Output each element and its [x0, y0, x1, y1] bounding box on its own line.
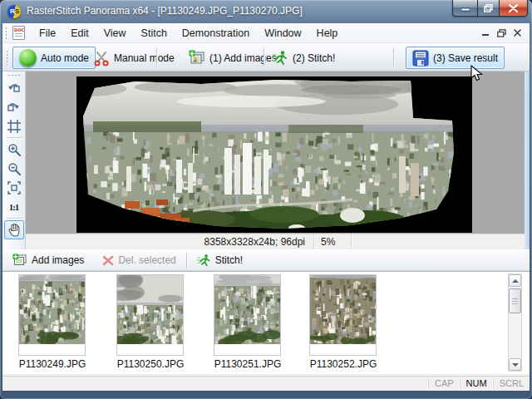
delete-selected-label: Del. selected: [118, 254, 175, 266]
stitch-button[interactable]: (2) Stitch!: [265, 47, 342, 69]
zoom-out-icon: [7, 162, 21, 175]
crop-icon: [7, 120, 21, 133]
delete-icon: [102, 255, 114, 266]
minimize-icon: [461, 4, 470, 12]
rotate-left-icon: [7, 81, 21, 94]
manual-mode-button[interactable]: Manual mode: [86, 47, 181, 69]
scissors-icon: [93, 50, 110, 66]
thumbnail-card[interactable]: [116, 274, 184, 356]
menu-window[interactable]: Window: [257, 25, 308, 42]
scroll-lock-indicator: SCRL: [493, 378, 530, 389]
thumbnail-card[interactable]: [309, 274, 377, 356]
title-bar[interactable]: RS RasterStitch Panorama x64 - [P1130249…: [0, 0, 532, 23]
auto-mode-icon: [19, 49, 37, 66]
zoom-out-button[interactable]: [4, 159, 24, 178]
thumbnail-scrollbar[interactable]: [508, 273, 522, 372]
zoom-level: 5%: [314, 234, 352, 249]
document-icon[interactable]: [12, 26, 25, 40]
restore-icon: [484, 4, 493, 12]
caps-lock-indicator: CAP: [428, 378, 460, 389]
window-title: RasterStitch Panorama x64 - [P1130249.JP…: [27, 5, 303, 17]
image-dimensions: 8358x3328x24b; 96dpi: [26, 234, 314, 249]
thumbnail-filename: P1130250.JPG: [105, 358, 196, 370]
menu-edit[interactable]: Edit: [63, 25, 96, 42]
auto-mode-button[interactable]: Auto mode: [12, 47, 96, 69]
app-icon: RS: [7, 5, 21, 18]
thumbnail-strip: P1130249.JPG P1130250.JPG P1130251.JPG P…: [2, 271, 530, 374]
rotate-right-button[interactable]: [4, 97, 24, 116]
menubar-grip[interactable]: [5, 27, 7, 40]
minimize-button[interactable]: [452, 0, 477, 17]
rotate-left-button[interactable]: [4, 78, 24, 97]
zoom-in-button[interactable]: [4, 140, 24, 159]
scroll-down-button[interactable]: [509, 358, 521, 371]
toolbar-separator: [156, 48, 157, 66]
image-status-bar: 8358x3328x24b; 96dpi 5%: [26, 234, 525, 249]
films-add-images-icon: [12, 254, 27, 267]
menu-view[interactable]: View: [96, 25, 134, 42]
zoom-in-icon: [7, 143, 21, 156]
thumbnail-image: [19, 275, 85, 344]
thumbnail-card[interactable]: [214, 274, 281, 356]
mdi-restore-icon[interactable]: [497, 29, 506, 37]
thumbnail-filename: P1130249.JPG: [7, 358, 98, 370]
manual-mode-label: Manual mode: [114, 52, 175, 64]
delete-selected-button[interactable]: Del. selected: [96, 251, 182, 269]
pan-tool-button[interactable]: [4, 220, 24, 239]
menu-help[interactable]: Help: [309, 25, 346, 42]
save-icon: [412, 50, 429, 66]
panorama-canvas[interactable]: [26, 71, 525, 234]
status-bar: CAP NUM SCRL: [2, 376, 530, 391]
thumbnail-filename: P1130252.JPG: [298, 358, 389, 370]
toolbar-separator: [393, 48, 394, 66]
thumbnail-card[interactable]: [18, 274, 86, 356]
scroll-up-button[interactable]: [509, 274, 521, 287]
pano-clearing: [288, 224, 305, 231]
save-result-button[interactable]: (3) Save result: [406, 47, 505, 69]
close-button[interactable]: [500, 0, 528, 17]
stitched-panorama-image[interactable]: [76, 76, 472, 233]
fit-to-window-icon: [7, 181, 21, 195]
view-toolbar-separator: [6, 218, 22, 219]
view-toolbar-grip[interactable]: [7, 74, 21, 76]
stitch-runner-icon: [272, 50, 288, 66]
scrollbar-thumb[interactable]: [509, 288, 521, 313]
mdi-minimize-icon[interactable]: [482, 29, 490, 37]
menu-file[interactable]: File: [32, 25, 63, 42]
actual-size-button[interactable]: 1:1: [4, 197, 24, 216]
view-toolbar: 1:1: [2, 71, 26, 249]
films-toolbar-separator: [186, 253, 187, 268]
films-stitch-label: Stitch!: [215, 254, 243, 266]
actual-size-label: 1:1: [9, 202, 19, 212]
films-stitch-icon: [197, 254, 211, 268]
scroll-up-icon: [512, 279, 519, 283]
scroll-down-icon: [512, 363, 519, 367]
crop-button[interactable]: [4, 116, 24, 135]
toolbar-separator: [264, 48, 264, 66]
pano-parking-lot: [340, 208, 365, 223]
view-toolbar-separator: [6, 137, 22, 138]
films-add-images-button[interactable]: Add images: [6, 251, 91, 269]
fit-to-window-button[interactable]: [4, 178, 24, 197]
toolbar-grip[interactable]: [6, 50, 8, 65]
num-lock-indicator: NUM: [460, 378, 493, 389]
restore-button[interactable]: [477, 0, 500, 17]
image-workspace: 1:1: [2, 71, 530, 249]
menu-demonstration[interactable]: Demonstration: [175, 25, 257, 42]
app-window: RS RasterStitch Panorama x64 - [P1130249…: [0, 0, 532, 399]
menu-bar: File Edit View Stitch Demonstration Wind…: [2, 23, 530, 43]
panorama-render: [76, 76, 472, 233]
films-add-images-label: Add images: [32, 254, 84, 266]
auto-mode-label: Auto mode: [41, 52, 89, 64]
rotate-right-icon: [7, 101, 21, 113]
stitch-label: (2) Stitch!: [293, 52, 335, 64]
menu-stitch[interactable]: Stitch: [134, 25, 175, 42]
thumbnail-filename: P1130251.JPG: [202, 358, 293, 370]
films-stitch-button[interactable]: Stitch!: [190, 251, 249, 269]
main-toolbar: Auto mode Manual mode: [2, 43, 530, 71]
close-icon: [509, 4, 518, 12]
hand-icon: [7, 223, 21, 237]
add-images-icon: [189, 50, 205, 66]
mdi-close-icon[interactable]: [514, 29, 521, 37]
thumbnail-image: [117, 275, 183, 344]
